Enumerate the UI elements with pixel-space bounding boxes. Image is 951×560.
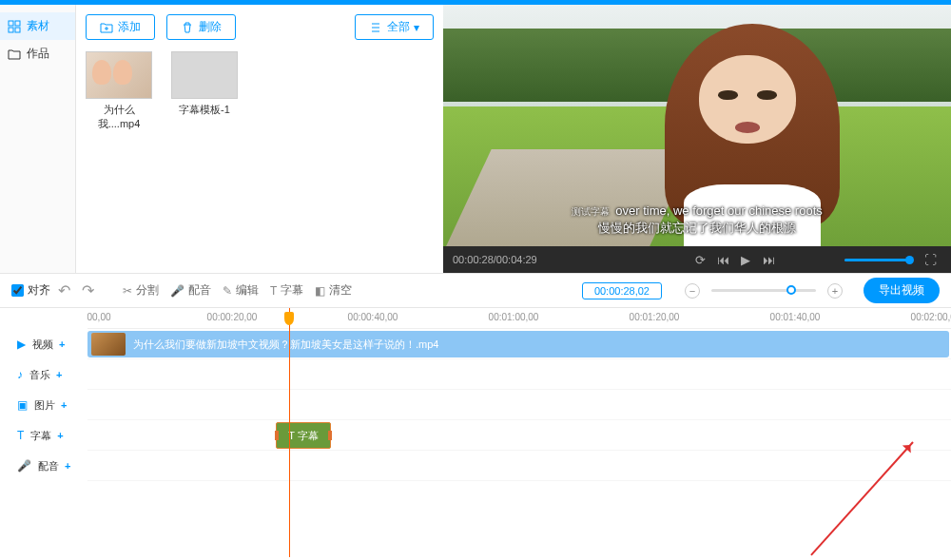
thumb-label: 为什么我....mp4	[86, 103, 152, 131]
scissors-icon: ✂	[123, 284, 132, 298]
image-icon: ▣	[17, 398, 28, 412]
mic-icon: 🎤	[17, 459, 31, 473]
export-button[interactable]: 导出视频	[864, 278, 940, 303]
add-button[interactable]: 添加	[86, 14, 155, 40]
plus-icon[interactable]: +	[56, 369, 62, 380]
subtitle-zh: 慢慢的我们就忘记了我们华人的根源	[443, 220, 951, 237]
svg-rect-3	[15, 28, 20, 32]
delete-button[interactable]: 删除	[166, 14, 236, 40]
redo-icon[interactable]: ↷	[78, 281, 98, 299]
timecode-display[interactable]: 00:00:28,02	[582, 282, 662, 299]
video-clip[interactable]: 为什么我们要做新加坡中文视频？新加坡美女是这样子说的！.mp4	[87, 331, 949, 357]
trash-icon	[181, 20, 194, 34]
subtitle-track[interactable]: T 字幕	[87, 420, 951, 451]
volume-slider[interactable]	[844, 259, 911, 261]
folder-icon	[8, 48, 21, 61]
align-checkbox[interactable]: 对齐	[11, 282, 50, 299]
video-icon: ▶	[17, 338, 26, 351]
list-icon	[369, 20, 382, 34]
voice-track[interactable]	[87, 451, 951, 481]
svg-rect-2	[9, 28, 13, 32]
track-label-audio[interactable]: ♪音乐+	[0, 359, 87, 390]
track-labels: ▶视频+ ♪音乐+ ▣图片+ T字幕+ 🎤配音+	[0, 308, 87, 557]
mic-icon: 🎤	[170, 284, 184, 298]
plus-icon[interactable]: +	[65, 460, 70, 472]
caption-button[interactable]: T字幕	[270, 282, 303, 299]
clip-thumb	[91, 333, 126, 356]
eraser-icon: ◧	[315, 284, 325, 298]
fullscreen-icon[interactable]: ⛶	[919, 253, 941, 267]
folder-plus-icon	[100, 20, 113, 34]
track-label-voice[interactable]: 🎤配音+	[0, 451, 87, 481]
music-icon: ♪	[17, 368, 23, 381]
clear-button[interactable]: ◧清空	[315, 282, 352, 299]
preview-subtitles: 测试字幕over time, we forget our chinese roo…	[443, 203, 951, 237]
grid-icon	[8, 20, 21, 33]
text-icon: T	[17, 429, 24, 442]
filter-all-button[interactable]: 全部 ▾	[355, 14, 434, 40]
next-icon[interactable]: ⏭	[757, 253, 780, 267]
pencil-icon: ✎	[223, 284, 232, 298]
zoom-slider[interactable]	[711, 289, 816, 292]
sidebar-tab-works[interactable]: 作品	[0, 40, 75, 68]
audio-track[interactable]	[87, 359, 951, 390]
thumb-label: 字幕模板-1	[171, 103, 238, 117]
chevron-down-icon: ▾	[414, 21, 419, 34]
video-preview[interactable]: 测试字幕over time, we forget our chinese roo…	[443, 5, 951, 246]
thumbnail-grid: 为什么我....mp4 字幕模板-1	[86, 51, 434, 131]
time-ruler[interactable]: 00,00 00:00:20,00 00:00:40,00 00:01:00,0…	[87, 308, 951, 329]
svg-rect-0	[9, 21, 13, 26]
thumb-preview	[171, 51, 238, 99]
timeline-toolbar: 对齐 ↶ ↷ ✂分割 🎤配音 ✎编辑 T字幕 ◧清空 00:00:28,02 −…	[0, 274, 951, 308]
material-panel: 添加 删除 全部 ▾ 为什么我....mp4 字幕模板-1	[76, 5, 443, 273]
time-display: 00:00:28/00:04:29	[453, 254, 537, 265]
delete-label: 删除	[199, 19, 222, 35]
add-label: 添加	[118, 19, 141, 35]
image-track[interactable]	[87, 390, 951, 420]
track-label-image[interactable]: ▣图片+	[0, 390, 87, 420]
thumb-preview	[86, 51, 152, 99]
loop-icon[interactable]: ⟳	[689, 253, 711, 267]
undo-icon[interactable]: ↶	[54, 281, 74, 299]
sidebar-tab-material[interactable]: 素材	[0, 12, 75, 40]
track-label-subtitle[interactable]: T字幕+	[0, 420, 87, 451]
plus-icon[interactable]: +	[57, 430, 63, 441]
video-track[interactable]: 为什么我们要做新加坡中文视频？新加坡美女是这样子说的！.mp4	[87, 329, 951, 359]
playback-controls: 00:00:28/00:04:29 ⟳ ⏮ ▶ ⏭ ⛶	[443, 246, 951, 273]
sidebar-tab-label: 素材	[27, 18, 49, 34]
svg-rect-1	[15, 21, 20, 26]
media-thumb[interactable]: 字幕模板-1	[171, 51, 238, 131]
play-icon[interactable]: ▶	[734, 253, 757, 267]
edit-button[interactable]: ✎编辑	[223, 282, 259, 299]
sidebar-tab-label: 作品	[27, 46, 49, 62]
filter-label: 全部	[387, 19, 410, 35]
plus-icon[interactable]: +	[61, 399, 67, 411]
text-icon: T	[270, 284, 277, 298]
clip-title: 为什么我们要做新加坡中文视频？新加坡美女是这样子说的！.mp4	[133, 338, 438, 352]
preview-panel: 测试字幕over time, we forget our chinese roo…	[443, 5, 951, 273]
media-thumb[interactable]: 为什么我....mp4	[86, 51, 152, 131]
left-sidebar: 素材 作品	[0, 5, 76, 273]
playhead[interactable]	[289, 308, 290, 557]
zoom-out-button[interactable]: −	[685, 283, 700, 299]
timeline: ▶视频+ ♪音乐+ ▣图片+ T字幕+ 🎤配音+ 00,00 00:00:20,…	[0, 308, 951, 557]
zoom-in-button[interactable]: +	[827, 283, 843, 299]
prev-icon[interactable]: ⏮	[711, 253, 734, 267]
track-label-video[interactable]: ▶视频+	[0, 329, 87, 359]
subtitle-clip[interactable]: T 字幕	[276, 422, 331, 449]
split-button[interactable]: ✂分割	[123, 282, 159, 299]
tracks-area[interactable]: 00,00 00:00:20,00 00:00:40,00 00:01:00,0…	[87, 308, 951, 557]
dub-button[interactable]: 🎤配音	[170, 282, 211, 299]
plus-icon[interactable]: +	[59, 338, 65, 350]
subtitle-en: over time, we forget our chinese roots	[615, 203, 823, 218]
